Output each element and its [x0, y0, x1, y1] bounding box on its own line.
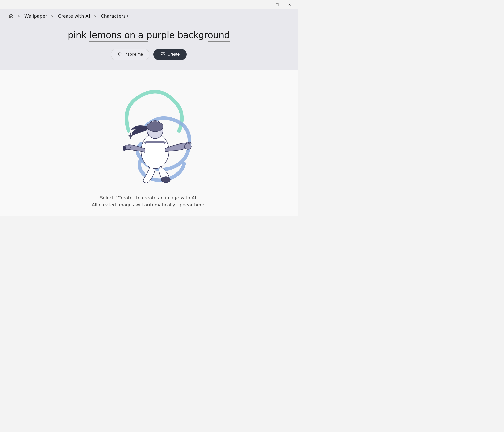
prompt-text[interactable]: pink lemons on a purple background: [68, 30, 230, 42]
close-button[interactable]: ✕: [284, 0, 295, 9]
svg-point-10: [147, 122, 163, 132]
breadcrumb-sep-1: >: [18, 14, 20, 18]
maximize-button[interactable]: ☐: [271, 0, 283, 9]
inspire-me-label: Inspire me: [124, 52, 143, 57]
status-text: Select "Create" to create an image with …: [92, 194, 206, 208]
breadcrumb: > Wallpaper > Create with AI > Character…: [0, 9, 298, 23]
status-line-1: Select "Create" to create an image with …: [92, 194, 206, 201]
home-button[interactable]: [7, 12, 15, 20]
chevron-down-icon: ▾: [127, 14, 128, 18]
prompt-area: pink lemons on a purple background Inspi…: [0, 23, 298, 70]
illustration-container: [101, 80, 197, 186]
prompt-buttons: Inspire me Create: [111, 49, 187, 60]
breadcrumb-characters-dropdown[interactable]: Characters ▾: [99, 12, 130, 20]
main-content: Select "Create" to create an image with …: [0, 70, 298, 216]
svg-point-8: [184, 144, 191, 149]
create-label: Create: [167, 52, 180, 57]
breadcrumb-wallpaper[interactable]: Wallpaper: [23, 12, 49, 20]
breadcrumb-create-with-ai[interactable]: Create with AI: [56, 12, 92, 20]
breadcrumb-sep-2: >: [51, 14, 54, 18]
svg-rect-7: [123, 146, 126, 151]
minimize-button[interactable]: ─: [259, 0, 270, 9]
inspire-icon: [117, 52, 122, 57]
svg-point-5: [161, 177, 170, 183]
status-line-2: All created images will automatically ap…: [92, 201, 206, 208]
home-icon: [9, 13, 14, 18]
titlebar: ─ ☐ ✕: [0, 0, 298, 9]
ai-character-illustration: [101, 80, 197, 186]
svg-point-3: [162, 53, 162, 54]
svg-point-0: [118, 53, 121, 55]
inspire-me-button[interactable]: Inspire me: [111, 49, 150, 60]
breadcrumb-sep-3: >: [94, 14, 97, 18]
create-icon: [160, 52, 165, 57]
breadcrumb-characters-label: Characters: [101, 13, 126, 19]
create-button[interactable]: Create: [153, 49, 187, 60]
